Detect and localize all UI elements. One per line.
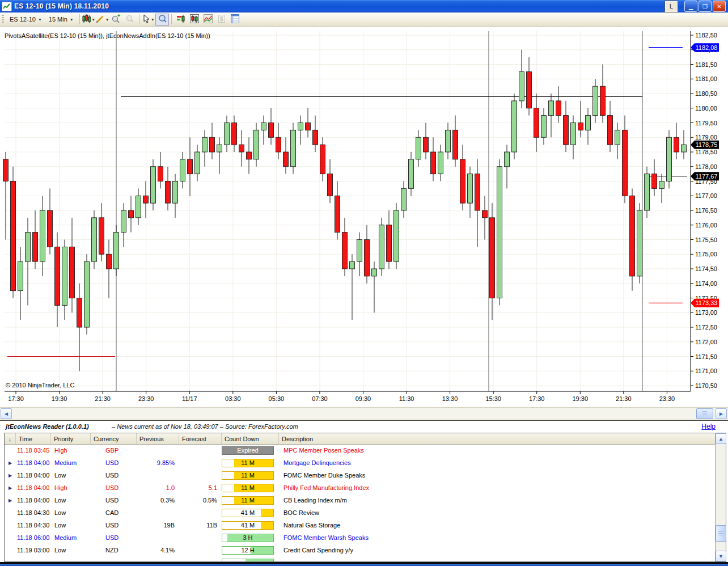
scroll-right-button[interactable]: ►: [716, 408, 727, 419]
column-header-currency[interactable]: Currency: [91, 433, 137, 444]
y-tick-label: 1180,50: [695, 90, 717, 97]
candle: [121, 210, 126, 233]
toolbar-grip[interactable]: [2, 15, 4, 24]
news-row[interactable]: ▶11.18 04:00LowUSD0.3%0.5%11 MCB Leading…: [5, 494, 716, 506]
candle: [387, 225, 392, 261]
instrument-dropdown[interactable]: ES 12-10▼: [6, 15, 45, 24]
interval-dropdown[interactable]: 15 Min▼: [45, 15, 77, 24]
candle: [674, 137, 679, 152]
news-row[interactable]: 11.18 04:30LowUSD19B11B41 MNatural Gas S…: [5, 519, 716, 531]
column-header-priority[interactable]: Priority: [51, 433, 91, 444]
restore-button[interactable]: ❐: [699, 1, 712, 12]
countdown-bar: [222, 559, 274, 562]
x-tick-label: 23:30: [659, 395, 675, 402]
candle: [261, 123, 266, 130]
scroll-down-button[interactable]: ▼: [716, 551, 726, 561]
column-header-sort[interactable]: ↓: [5, 433, 16, 444]
drawing-tools-button[interactable]: ▼: [96, 14, 109, 26]
svg-text:+: +: [117, 14, 120, 19]
x-tick-label: 21:30: [616, 395, 632, 402]
account-report-button[interactable]: $: [215, 14, 228, 26]
news-row[interactable]: [5, 556, 716, 561]
candle: [298, 123, 303, 130]
x-tick-label: 11:30: [399, 395, 414, 402]
column-header-time[interactable]: Time: [16, 433, 51, 444]
chart-panel[interactable]: 1182,501182,001181,501181,001180,501180,…: [0, 27, 728, 407]
column-header-previous[interactable]: Previous: [137, 433, 179, 444]
candle: [615, 130, 620, 145]
help-link[interactable]: Help: [701, 423, 716, 430]
countdown-text: 41 M: [241, 522, 255, 529]
candle: [630, 196, 635, 276]
zoom-out-button[interactable]: [123, 14, 137, 26]
chart-h-scrollbar[interactable]: ◄ ►: [0, 407, 728, 419]
scroll-left-button[interactable]: ◄: [1, 408, 12, 419]
news-row[interactable]: ▶11.18 04:00LowUSD11 MFOMC Member Duke S…: [5, 469, 716, 481]
news-row[interactable]: ▶11.18 04:00HighUSD1.05.111 MPhilly Fed …: [5, 481, 716, 494]
news-row[interactable]: 11.18 03:45HighGBPExpiredMPC Member Pose…: [5, 444, 716, 457]
news-row[interactable]: 11.19 03:00LowNZD4.1%12 HCredit Card Spe…: [5, 544, 716, 556]
link-button[interactable]: L: [665, 1, 678, 12]
candle: [180, 159, 185, 181]
news-countdown-cell: [222, 559, 279, 562]
title-bar[interactable]: ES 12-10 (15 Min) 18.11.2010 L ▁ ❐ ✕: [0, 0, 728, 12]
y-tick-label: 1175,00: [695, 251, 717, 257]
news-description: FOMC Member Warsh Speaks: [279, 534, 716, 541]
candle: [438, 152, 443, 174]
news-description: CB Leading Index m/m: [279, 497, 716, 504]
candle: [217, 145, 222, 152]
candle: [519, 71, 524, 101]
scroll-up-button[interactable]: ▲: [716, 433, 726, 444]
news-priority: Medium: [51, 534, 91, 541]
crosshair-button[interactable]: [155, 14, 169, 26]
price-marker-label: 1173,33: [696, 299, 718, 306]
y-tick-label: 1176,50: [695, 207, 717, 214]
news-row[interactable]: 11.18 06:00MediumUSD3 HFOMC Member Warsh…: [5, 531, 716, 544]
x-tick-label: 21:30: [95, 395, 111, 402]
minimize-button[interactable]: ▁: [684, 1, 697, 12]
news-row[interactable]: ▶11.18 04:00MediumUSD9.85%11 MMortgage D…: [5, 457, 716, 469]
news-previous: 0.3%: [137, 497, 179, 504]
column-header-description[interactable]: Description: [279, 433, 726, 444]
chart-window-button[interactable]: [188, 14, 201, 26]
news-currency: GBP: [91, 447, 137, 454]
column-header-forecast[interactable]: Forecast: [179, 433, 222, 444]
zoom-in-button[interactable]: +: [109, 14, 123, 26]
price-marker-label: 1182,08: [696, 44, 718, 51]
candle: [225, 123, 230, 145]
y-tick-label: 1175,50: [695, 236, 717, 243]
price-chart[interactable]: 1182,501182,001181,501181,001180,501180,…: [0, 27, 728, 407]
candle: [593, 86, 598, 116]
news-previous: 1.0: [137, 484, 179, 491]
chevron-down-icon: ▼: [70, 18, 74, 22]
h-scroll-thumb[interactable]: [696, 408, 713, 419]
y-tick-label: 1172,00: [695, 339, 717, 345]
y-tick-label: 1172,50: [695, 324, 717, 331]
news-v-scrollbar[interactable]: ▲ ▼: [715, 433, 726, 561]
news-description: Mortgage Delinquencies: [279, 459, 716, 466]
candle: [114, 233, 119, 269]
overlay-waves-icon: [204, 14, 213, 25]
chevron-down-icon: ▼: [105, 18, 109, 22]
data-grid-button[interactable]: [228, 14, 242, 26]
candle: [283, 152, 289, 167]
x-tick-label: 15:30: [485, 395, 501, 402]
news-priority: High: [51, 447, 91, 454]
column-header-count-down[interactable]: Count Down: [222, 433, 279, 444]
candle: [92, 218, 97, 261]
news-currency: USD: [91, 497, 137, 504]
candle: [564, 116, 569, 145]
candle: [578, 123, 583, 130]
y-tick-label: 1177,00: [695, 192, 717, 199]
x-tick-label: 09:30: [355, 395, 371, 402]
chart-style-button[interactable]: ▼: [82, 14, 96, 26]
candle: [232, 123, 237, 145]
news-row[interactable]: 11.18 04:30LowCAD41 MBOC Review: [5, 506, 716, 519]
v-scroll-thumb[interactable]: [716, 525, 726, 542]
market-analyzer-button[interactable]: [174, 14, 188, 26]
candle: [320, 145, 325, 174]
close-button[interactable]: ✕: [713, 1, 726, 12]
indicator-overlay-button[interactable]: [201, 14, 215, 26]
candle: [77, 298, 82, 328]
cursor-button[interactable]: ▼: [142, 14, 155, 26]
